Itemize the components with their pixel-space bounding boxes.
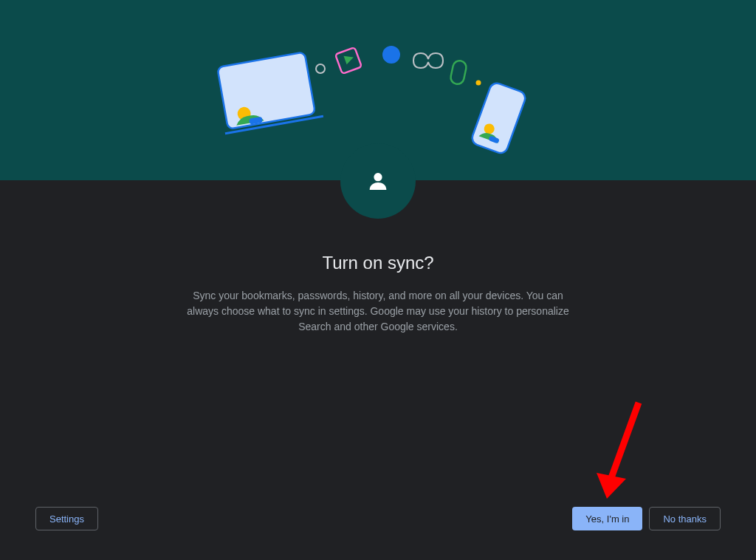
dialog-footer: Settings Yes, I'm in No thanks [0,507,756,530]
person-icon [366,169,390,193]
no-thanks-button[interactable]: No thanks [649,507,721,530]
svg-rect-9 [470,81,527,155]
arrow-annotation-icon [591,399,650,510]
svg-rect-7 [450,59,467,85]
svg-point-8 [476,81,481,86]
sync-heading: Turn on sync? [15,253,741,273]
svg-point-12 [374,173,382,181]
sync-description: Sync your bookmarks, passwords, history,… [186,288,570,335]
sync-content: Turn on sync? Sync your bookmarks, passw… [0,253,756,335]
settings-button[interactable]: Settings [35,507,98,530]
svg-rect-0 [217,52,315,129]
footer-right-group: Yes, I'm in No thanks [572,507,721,530]
profile-avatar [340,143,416,219]
svg-point-4 [316,64,325,73]
svg-point-6 [382,46,400,64]
devices-sync-illustration [208,44,548,155]
svg-line-13 [609,403,639,484]
yes-im-in-button[interactable]: Yes, I'm in [572,507,642,530]
